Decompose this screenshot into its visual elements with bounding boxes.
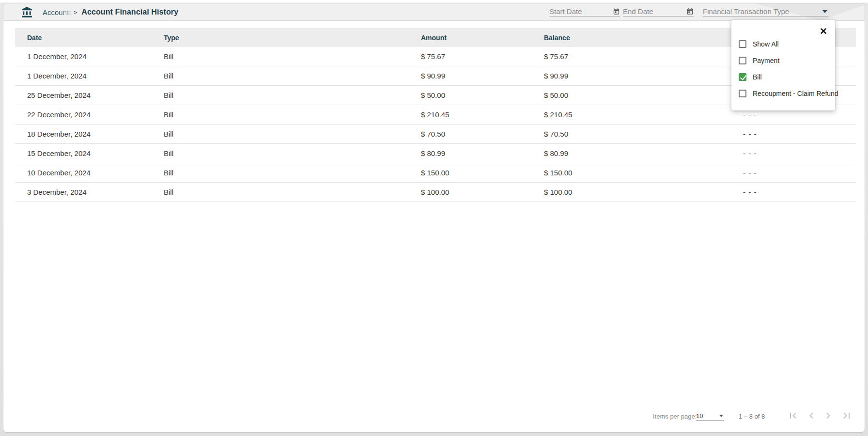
cell-balance: $ 100.00	[544, 188, 743, 196]
previous-page-button[interactable]	[806, 410, 817, 421]
cell-type: Bill	[164, 72, 421, 80]
cell-balance: $ 50.00	[544, 91, 743, 99]
breadcrumb: Accounts > Account Financial History	[21, 3, 178, 21]
transaction-type-label: Financial Transaction Type	[703, 7, 789, 16]
cell-amount: $ 80.99	[421, 149, 544, 157]
column-header-balance: Balance	[544, 34, 743, 42]
cell-extra: - - -	[743, 130, 856, 138]
option-bill[interactable]: Bill	[731, 69, 835, 85]
bank-icon	[21, 6, 33, 18]
cell-balance: $ 150.00	[544, 169, 743, 177]
cell-balance: $ 90.99	[544, 72, 743, 80]
page-title: Account Financial History	[81, 8, 178, 16]
cell-date: 22 December, 2024	[15, 110, 164, 119]
table-row[interactable]: 3 December, 2024 Bill $ 100.00 $ 100.00 …	[15, 183, 856, 202]
table-row[interactable]: 1 December, 2024 Bill $ 90.99 $ 90.99 - …	[15, 66, 856, 86]
cell-balance: $ 70.50	[544, 130, 743, 138]
cell-amount: $ 210.45	[421, 110, 544, 119]
cell-extra: - - -	[743, 169, 856, 177]
checkbox-unchecked-icon[interactable]	[739, 57, 746, 64]
cell-date: 25 December, 2024	[15, 91, 164, 99]
cell-balance: $ 75.67	[544, 52, 743, 61]
first-page-button[interactable]	[787, 410, 799, 421]
items-per-page-value: 10	[696, 412, 703, 420]
checkbox-checked-icon[interactable]	[739, 73, 746, 81]
cell-date: 3 December, 2024	[15, 188, 164, 196]
cell-balance: $ 80.99	[544, 149, 743, 157]
calendar-icon[interactable]	[686, 8, 694, 15]
last-page-button[interactable]	[841, 410, 852, 421]
end-date-placeholder: End Date	[623, 7, 653, 16]
cell-date: 18 December, 2024	[15, 130, 164, 138]
table-row[interactable]: 22 December, 2024 Bill $ 210.45 $ 210.45…	[15, 105, 856, 125]
cell-amount: $ 100.00	[421, 188, 544, 196]
items-per-page-select[interactable]: 10	[696, 411, 724, 421]
cell-extra: - - -	[743, 149, 856, 157]
chevron-down-icon	[719, 415, 723, 417]
checkbox-unchecked-icon[interactable]	[739, 90, 746, 97]
items-per-page-label: Items per page:	[653, 413, 697, 420]
page-range-label: 1 – 8 of 8	[739, 413, 765, 420]
table-header-row: Date Type Amount Balance	[15, 28, 856, 47]
option-show-all[interactable]: Show All	[731, 36, 835, 52]
cell-type: Bill	[164, 188, 421, 196]
cell-amount: $ 70.50	[421, 130, 544, 138]
transaction-type-popup: ✕ Show All Payment Bill Recoupment - Cla…	[731, 20, 835, 110]
cell-date: 1 December, 2024	[15, 72, 164, 80]
next-page-button[interactable]	[822, 410, 834, 421]
financial-history-table: Date Type Amount Balance 1 December, 202…	[15, 28, 856, 202]
top-bar: Accounts > Account Financial History Sta…	[3, 3, 865, 21]
transaction-type-select[interactable]: Financial Transaction Type	[703, 7, 828, 16]
paginator: Items per page: 10 1 – 8 of 8	[3, 409, 865, 423]
column-header-amount: Amount	[421, 34, 544, 42]
column-header-date: Date	[15, 34, 164, 42]
table-row[interactable]: 10 December, 2024 Bill $ 150.00 $ 150.00…	[15, 163, 856, 183]
calendar-icon[interactable]	[613, 8, 620, 15]
cell-type: Bill	[164, 130, 421, 138]
option-payment[interactable]: Payment	[731, 52, 835, 69]
cell-amount: $ 50.00	[421, 91, 544, 99]
cell-balance: $ 210.45	[544, 110, 743, 119]
end-date-input[interactable]: End Date	[623, 7, 694, 16]
breadcrumb-parent-link[interactable]: Accounts	[43, 8, 73, 16]
cell-type: Bill	[164, 169, 421, 177]
close-icon[interactable]: ✕	[818, 26, 829, 37]
transaction-type-options: Show All Payment Bill Recoupment - Claim…	[731, 36, 835, 102]
start-date-input[interactable]: Start Date	[549, 7, 620, 16]
table-row[interactable]: 25 December, 2024 Bill $ 50.00 $ 50.00 -…	[15, 86, 856, 105]
option-recoupment-claim-refund[interactable]: Recoupment - Claim Refund	[731, 85, 835, 102]
cell-type: Bill	[164, 149, 421, 157]
table-row[interactable]: 1 December, 2024 Bill $ 75.67 $ 75.67 - …	[15, 47, 856, 66]
checkbox-unchecked-icon[interactable]	[739, 40, 746, 48]
cell-date: 15 December, 2024	[15, 149, 164, 157]
cell-type: Bill	[164, 52, 421, 61]
column-header-type: Type	[164, 34, 421, 42]
cell-amount: $ 150.00	[421, 169, 544, 177]
cell-date: 10 December, 2024	[15, 169, 164, 177]
breadcrumb-separator: >	[74, 9, 78, 16]
cell-amount: $ 75.67	[421, 52, 544, 61]
cell-date: 1 December, 2024	[15, 52, 164, 61]
cell-type: Bill	[164, 110, 421, 119]
cell-type: Bill	[164, 91, 421, 99]
start-date-placeholder: Start Date	[549, 7, 582, 16]
cell-extra: - - -	[743, 188, 856, 196]
chevron-down-icon	[822, 10, 827, 13]
cell-amount: $ 90.99	[421, 72, 544, 80]
table-row[interactable]: 15 December, 2024 Bill $ 80.99 $ 80.99 -…	[15, 144, 856, 163]
cell-extra: - - -	[743, 110, 856, 119]
table-row[interactable]: 18 December, 2024 Bill $ 70.50 $ 70.50 -…	[15, 125, 856, 144]
app-window: Accounts > Account Financial History Sta…	[3, 3, 865, 433]
